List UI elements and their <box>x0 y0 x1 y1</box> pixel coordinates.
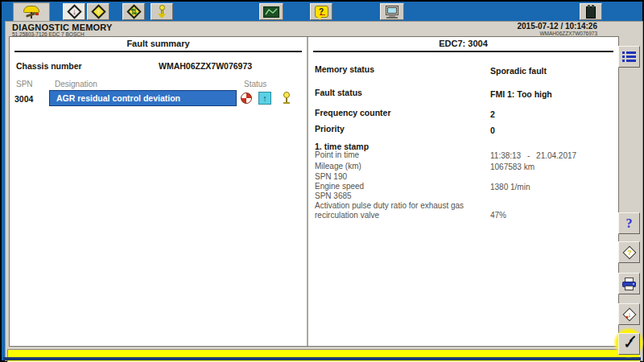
point-in-time-row: Point in time 11:38:13 - 21.04.2017 <box>315 150 613 160</box>
fault-detail-panel: EDC7: 3004 Memory status Sporadic fault … <box>308 37 618 346</box>
egr-duty-row: SPN 3685 Activation pulse duty ratio for… <box>315 191 613 220</box>
diamond-down-arrow-icon: ↓ <box>67 4 81 19</box>
egr-duty-spn: SPN 3685 <box>315 191 473 201</box>
memory-status-value: Sporadic fault <box>490 66 547 76</box>
sporadic-fault-pie-icon <box>241 93 252 104</box>
frequency-counter-value: 2 <box>490 109 495 119</box>
diamond-up-arrow-icon: ↑ <box>91 4 105 19</box>
fault-status-row: Fault status FMI 1: Too high <box>315 84 613 99</box>
memory-status-row: Memory status Sporadic fault <box>315 61 613 76</box>
engine-speed-value: 1380 1/min <box>490 183 530 191</box>
toolbar-help-button[interactable]: ? <box>310 3 332 20</box>
app-window: ↓ ↑ ⇅ ? <box>0 0 644 362</box>
printer-icon <box>621 278 637 290</box>
question-mark-icon: ? <box>626 216 633 231</box>
ecu-battery-button[interactable] <box>580 3 602 20</box>
engine-speed-label: Engine speed <box>315 182 473 191</box>
shield-help-button[interactable]: ? <box>618 241 640 263</box>
memory-status-label: Memory status <box>315 64 374 74</box>
oscilloscope-monitor-icon <box>263 6 279 18</box>
priority-label: Priority <box>315 124 345 134</box>
fault-list-button[interactable] <box>618 46 640 68</box>
fault-status-label: Fault status <box>315 88 362 97</box>
diagnostic-memory-icon <box>23 6 40 19</box>
vin-label: WMAH06ZZX7W076973 <box>539 31 597 36</box>
shield-question-icon: ? <box>622 245 636 259</box>
computer-icon <box>385 6 399 19</box>
status-up-arrow-icon: ↑ <box>258 92 271 105</box>
help-bubble-icon: ? <box>315 6 328 18</box>
column-header-spn: SPN <box>16 80 33 88</box>
chassis-number-label: Chassis number <box>16 61 82 71</box>
diamond-exchange-icon: ⇅ <box>126 4 141 19</box>
fault-status-value: FMI 1: Too high <box>490 89 552 99</box>
frequency-counter-row: Frequency counter 2 <box>315 105 613 119</box>
exchange-button[interactable]: ⇅ <box>122 3 145 20</box>
fault-summary-panel: Fault summary Chassis number WMAH06ZZX7W… <box>10 37 308 346</box>
component-spark-icon <box>282 92 291 105</box>
tab-diagnostic-memory[interactable] <box>13 2 50 21</box>
fault-detail-title: EDC7: 3004 <box>313 39 613 52</box>
egr-duty-value: 47% <box>490 211 506 220</box>
engine-speed-row: SPN 190 Engine speed 1380 1/min <box>315 172 613 191</box>
bottom-frame-strip <box>3 357 641 360</box>
identification-button[interactable] <box>151 3 173 20</box>
readout-up-button[interactable]: ↑ <box>87 3 109 20</box>
mileage-value: 1067583 km <box>490 162 535 171</box>
priority-row: Priority 0 <box>315 121 613 135</box>
column-header-designation: Designation <box>55 80 97 88</box>
list-icon <box>622 51 636 62</box>
plug-down-icon <box>157 5 167 19</box>
help-button[interactable]: ? <box>618 212 640 234</box>
confirm-button[interactable]: ✓ <box>618 333 640 355</box>
priority-value: 0 <box>490 125 495 135</box>
fault-summary-title: Fault summary <box>14 39 302 52</box>
measurement-button[interactable] <box>259 3 283 20</box>
content-area: DIAGNOSTIC MEMORY 51.25803-7126 EDC 7 BO… <box>5 21 643 361</box>
top-toolbar: ↓ ↑ ⇅ ? <box>3 2 641 21</box>
panels-container: Fault summary Chassis number WMAH06ZZX7W… <box>9 36 619 347</box>
mileage-row: Mileage (km) 1067583 km <box>315 162 613 171</box>
chassis-number-value: WMAH06ZZX7W076973 <box>159 61 252 71</box>
point-in-time-value: 11:38:13 - 21.04.2017 <box>490 151 576 160</box>
fault-row-spn: 3004 <box>14 94 33 104</box>
readout-down-button[interactable]: ↓ <box>63 3 85 20</box>
datetime-label: 2015-07-12 / 10:14:26 <box>517 22 597 31</box>
frequency-counter-label: Frequency counter <box>315 108 391 117</box>
engine-speed-spn: SPN 190 <box>315 172 473 182</box>
battery-icon <box>586 6 596 19</box>
point-in-time-label: Point in time <box>315 150 473 160</box>
store-diamond-icon: ↓ <box>622 307 636 321</box>
mileage-label: Mileage (km) <box>315 162 473 171</box>
computer-button[interactable] <box>380 3 404 20</box>
egr-duty-label: Activation pulse duty ratio for exhaust … <box>315 201 473 220</box>
store-button[interactable]: ↓ <box>618 303 640 325</box>
fault-row-designation[interactable]: AGR residual control deviation <box>49 90 237 106</box>
print-button[interactable] <box>618 273 640 294</box>
column-header-status: Status <box>244 80 266 88</box>
